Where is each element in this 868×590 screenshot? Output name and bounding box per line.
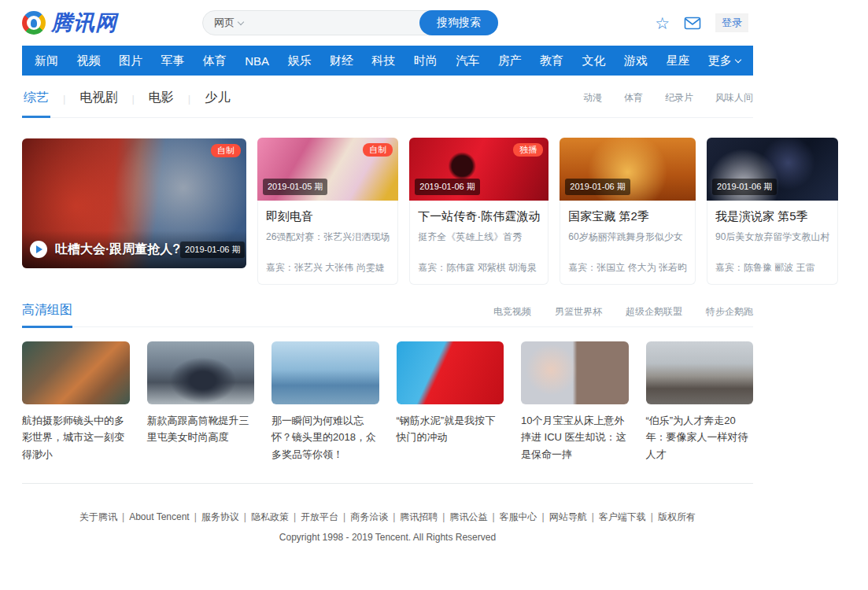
nav-item-news[interactable]: 新闻 (35, 53, 58, 68)
footer-link-about-en[interactable]: About Tencent (129, 511, 190, 522)
footer: 关于腾讯|About Tencent|服务协议|隐私政策|开放平台|商务洽谈|腾… (22, 511, 753, 543)
link-basketball-worldcup[interactable]: 男篮世界杯 (555, 305, 602, 319)
video-thumbnail: 2019-01-06 期 (707, 138, 838, 201)
search-bar: 网页 搜狗搜索 (202, 10, 498, 35)
link-esports-video[interactable]: 电竞视频 (493, 305, 531, 319)
nav-item-tech[interactable]: 科技 (371, 53, 395, 68)
episode-date-badge: 2019-01-06 期 (180, 242, 245, 258)
video-card[interactable]: 2019-01-06 期 国家宝藏 第2季 60岁杨丽萍跳舞身形似少女 嘉宾：张… (560, 138, 696, 285)
mail-icon[interactable] (684, 17, 701, 30)
self-made-badge: 自制 (211, 144, 241, 157)
photo-caption: 航拍摄影师镜头中的多彩世界，城市这一刻变得渺小 (22, 412, 130, 463)
footer-separator: | (592, 511, 594, 522)
tab-movies[interactable]: 电影 (147, 87, 175, 118)
footer-link-jobs[interactable]: 腾讯招聘 (400, 511, 438, 522)
play-icon[interactable] (30, 241, 47, 258)
nav-item-nba[interactable]: NBA (245, 54, 269, 68)
video-thumbnail: 独播 2019-01-06 期 (409, 138, 549, 201)
video-title: 我是演说家 第5季 (715, 209, 829, 224)
link-penguin-run[interactable]: 特步企鹅跑 (706, 305, 753, 319)
nav-item-auto[interactable]: 汽车 (456, 53, 479, 68)
photo-thumbnail (22, 341, 130, 404)
login-button[interactable]: 登录 (715, 13, 748, 32)
nav-item-education[interactable]: 教育 (540, 53, 563, 68)
photo-card[interactable]: “伯乐”为人才奔走20年：要像家人一样对待人才 (646, 341, 754, 463)
footer-link-copyright[interactable]: 版权所有 (658, 511, 696, 522)
nav-item-culture[interactable]: 文化 (582, 53, 606, 68)
photo-card[interactable]: “钢筋水泥”就是我按下快门的冲动 (397, 341, 504, 463)
photo-card[interactable]: 那一瞬间为何难以忘怀？镜头里的2018，众多奖品等你领！ (271, 341, 379, 463)
tab-variety[interactable]: 综艺 (22, 87, 50, 118)
main-nav: 新闻 视频 图片 军事 体育 NBA 娱乐 财经 科技 时尚 汽车 房产 教育 … (22, 46, 753, 76)
nav-item-house[interactable]: 房产 (498, 53, 522, 68)
link-sports[interactable]: 体育 (624, 91, 643, 105)
nav-item-horoscope[interactable]: 星座 (666, 53, 689, 68)
link-flavor-world[interactable]: 风味人间 (715, 91, 753, 105)
video-subtitle: 90后美女放弃留学支教山村 (715, 230, 829, 244)
photo-thumbnail (521, 341, 629, 404)
nav-item-military[interactable]: 军事 (161, 53, 184, 68)
chevron-down-icon (735, 57, 741, 63)
featured-title: 吐槽大会·跟周董抢人? (55, 242, 180, 258)
self-made-badge: 自制 (363, 143, 393, 157)
footer-separator: | (244, 511, 246, 522)
video-card[interactable]: 独播 2019-01-06 期 下一站传奇·陈伟霆激动 挺齐全《英雄上线》首秀 … (409, 138, 549, 285)
link-super-penguin-league[interactable]: 超级企鹅联盟 (626, 305, 682, 319)
footer-link-charity[interactable]: 腾讯公益 (449, 511, 487, 522)
photos-section-title[interactable]: 高清组图 (22, 302, 72, 328)
footer-link-sitemap[interactable]: 网站导航 (549, 511, 587, 522)
footer-link-open-platform[interactable]: 开放平台 (301, 511, 338, 522)
search-button[interactable]: 搜狗搜索 (419, 10, 498, 35)
footer-link-client-download[interactable]: 客户端下载 (599, 511, 646, 522)
video-card-body: 下一站传奇·陈伟霆激动 挺齐全《英雄上线》首秀 嘉宾：陈伟霆 邓紫棋 胡海泉 (410, 201, 548, 284)
photo-caption: 新款高跟高筒靴提升三里屯美女时尚高度 (147, 412, 255, 446)
video-card[interactable]: 自制 2019-01-05 期 即刻电音 26强配对赛：张艺兴泪洒现场 嘉宾：张… (257, 138, 398, 285)
video-card-body: 即刻电音 26强配对赛：张艺兴泪洒现场 嘉宾：张艺兴 大张伟 尚雯婕 (258, 201, 397, 284)
nav-item-more[interactable]: 更多 (708, 53, 741, 68)
nav-item-finance[interactable]: 财经 (330, 53, 353, 68)
search-category-dropdown[interactable]: 网页 (203, 16, 249, 30)
footer-link-about[interactable]: 关于腾讯 (79, 511, 117, 522)
nav-item-video[interactable]: 视频 (76, 53, 100, 68)
photo-caption: 那一瞬间为何难以忘怀？镜头里的2018，众多奖品等你领！ (271, 412, 379, 463)
nav-item-games[interactable]: 游戏 (624, 53, 648, 68)
video-guests: 嘉宾：陈鲁豫 郦波 王雷 (715, 261, 829, 275)
photo-caption: 10个月宝宝从床上意外摔进 ICU 医生却说：这是保命一摔 (521, 412, 629, 463)
video-card-row: 自制 吐槽大会·跟周董抢人? 2019-01-06 期 自制 2019-01-0… (22, 138, 753, 285)
favorite-star-icon[interactable]: ☆ (655, 15, 670, 31)
nav-item-sports[interactable]: 体育 (203, 53, 227, 68)
video-thumbnail: 2019-01-06 期 (560, 138, 696, 201)
video-title: 国家宝藏 第2季 (568, 209, 687, 224)
footer-separator: | (122, 511, 124, 522)
video-title: 即刻电音 (266, 209, 390, 224)
link-documentary[interactable]: 纪录片 (665, 91, 693, 105)
footer-link-terms[interactable]: 服务协议 (201, 511, 239, 522)
photo-card[interactable]: 新款高跟高筒靴提升三里屯美女时尚高度 (147, 341, 255, 463)
nav-item-fashion[interactable]: 时尚 (414, 53, 438, 68)
tab-separator: | (188, 93, 190, 105)
footer-link-business[interactable]: 商务洽谈 (350, 511, 388, 522)
footer-divider (22, 483, 753, 484)
tab-tv-series[interactable]: 电视剧 (78, 87, 119, 118)
video-subtitle: 60岁杨丽萍跳舞身形似少女 (568, 230, 687, 244)
link-anime[interactable]: 动漫 (583, 91, 602, 105)
footer-separator: | (442, 511, 445, 522)
tencent-logo[interactable]: 腾讯网 (22, 9, 117, 37)
logo-text: 腾讯网 (51, 9, 117, 37)
nav-item-entertainment[interactable]: 娱乐 (287, 53, 311, 68)
photo-caption: “钢筋水泥”就是我按下快门的冲动 (397, 412, 504, 446)
photo-card[interactable]: 10个月宝宝从床上意外摔进 ICU 医生却说：这是保命一摔 (521, 341, 629, 463)
search-category-label: 网页 (214, 16, 235, 30)
featured-video-card[interactable]: 自制 吐槽大会·跟周董抢人? 2019-01-06 期 (22, 138, 246, 268)
video-card-body: 我是演说家 第5季 90后美女放弃留学支教山村 嘉宾：陈鲁豫 郦波 王雷 (707, 201, 837, 284)
footer-link-privacy[interactable]: 隐私政策 (251, 511, 289, 522)
tab-kids[interactable]: 少儿 (203, 87, 231, 118)
nav-item-pictures[interactable]: 图片 (119, 53, 142, 68)
search-input[interactable] (249, 11, 420, 35)
video-guests: 嘉宾：陈伟霆 邓紫棋 胡海泉 (418, 261, 540, 275)
video-guests: 嘉宾：张艺兴 大张伟 尚雯婕 (266, 261, 390, 275)
photo-card[interactable]: 航拍摄影师镜头中的多彩世界，城市这一刻变得渺小 (22, 341, 130, 463)
footer-link-service[interactable]: 客服中心 (500, 511, 537, 522)
tencent-logo-icon (22, 11, 46, 35)
video-card[interactable]: 2019-01-06 期 我是演说家 第5季 90后美女放弃留学支教山村 嘉宾：… (707, 138, 838, 285)
